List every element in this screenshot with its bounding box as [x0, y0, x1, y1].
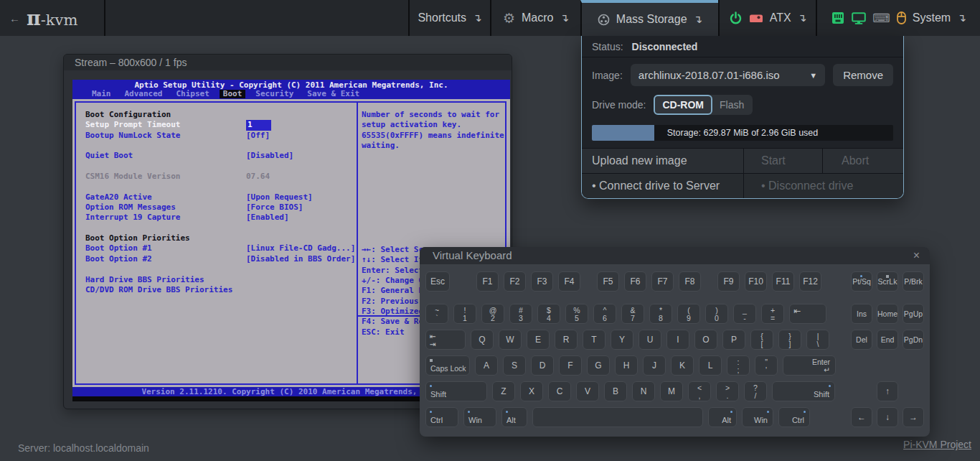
- key-r[interactable]: R: [555, 330, 578, 350]
- key-rbracket[interactable]: }]: [778, 330, 801, 350]
- key-capslock[interactable]: Caps Lock: [425, 355, 470, 376]
- key-ralt[interactable]: Alt: [708, 407, 737, 427]
- key-4[interactable]: $4: [537, 304, 560, 324]
- key-9[interactable]: (9: [677, 304, 700, 324]
- key-w[interactable]: W: [499, 330, 522, 350]
- key-f10[interactable]: F10: [745, 271, 767, 292]
- key-semicolon[interactable]: :;: [727, 355, 750, 376]
- key-f[interactable]: F: [559, 355, 582, 376]
- key-lctrl[interactable]: Ctrl: [425, 407, 458, 427]
- key-a[interactable]: A: [475, 355, 498, 376]
- key-period[interactable]: >.: [716, 381, 739, 401]
- key-n[interactable]: N: [632, 381, 655, 401]
- key-rctrl[interactable]: Ctrl: [778, 407, 810, 427]
- key-scrlk[interactable]: ScrLk: [877, 271, 898, 292]
- key-e[interactable]: E: [527, 330, 550, 350]
- key-slash[interactable]: ?/: [744, 381, 767, 401]
- key-h[interactable]: H: [615, 355, 638, 376]
- nav-item-mass-storage[interactable]: Mass Storage↴: [580, 0, 718, 36]
- key-rwin[interactable]: Win: [742, 407, 773, 427]
- key-b[interactable]: B: [604, 381, 627, 401]
- key-comma[interactable]: <,: [688, 381, 711, 401]
- key-5[interactable]: %5: [565, 304, 588, 324]
- key-f6[interactable]: F6: [624, 271, 646, 292]
- key-8[interactable]: *8: [649, 304, 672, 324]
- key-q[interactable]: Q: [471, 330, 494, 350]
- key-7[interactable]: &7: [621, 304, 644, 324]
- key-lwin[interactable]: Win: [463, 407, 496, 427]
- key-k[interactable]: K: [671, 355, 694, 376]
- key-equals[interactable]: +=: [761, 304, 784, 324]
- key-v[interactable]: V: [576, 381, 599, 401]
- key-home[interactable]: Home: [877, 304, 898, 324]
- key-3[interactable]: #3: [509, 304, 532, 324]
- key-esc[interactable]: Esc: [425, 271, 450, 292]
- key-lshift[interactable]: Shift: [425, 381, 487, 401]
- key-f3[interactable]: F3: [531, 271, 553, 292]
- key-p[interactable]: P: [722, 330, 745, 350]
- key-lalt[interactable]: Alt: [501, 407, 527, 427]
- connect-drive-button[interactable]: • Connect drive to Server: [582, 174, 744, 198]
- nav-item-shortcuts[interactable]: Shortcuts↴: [408, 0, 490, 36]
- key-down[interactable]: ↓: [877, 407, 898, 427]
- key-i[interactable]: I: [666, 330, 689, 350]
- mode-cdrom-button[interactable]: CD-ROM: [654, 95, 712, 115]
- key-x[interactable]: X: [520, 381, 543, 401]
- key-lbracket[interactable]: {[: [750, 330, 773, 350]
- key-l[interactable]: L: [699, 355, 722, 376]
- back-arrow-icon[interactable]: ←: [9, 12, 20, 24]
- key-m[interactable]: M: [660, 381, 683, 401]
- virtual-keyboard-titlebar[interactable]: Virtual Keyboard ×: [420, 247, 930, 264]
- key-6[interactable]: ^6: [593, 304, 616, 324]
- close-icon[interactable]: ×: [913, 247, 920, 264]
- key-t[interactable]: T: [583, 330, 606, 350]
- key-y[interactable]: Y: [611, 330, 633, 350]
- key-j[interactable]: J: [643, 355, 666, 376]
- key-right[interactable]: →: [903, 407, 924, 427]
- key-f2[interactable]: F2: [504, 271, 526, 292]
- key-backtick[interactable]: ~`: [425, 304, 448, 324]
- key-f12[interactable]: F12: [799, 271, 821, 292]
- key-end[interactable]: End: [877, 330, 898, 350]
- key-f9[interactable]: F9: [717, 271, 740, 292]
- nav-item-atx[interactable]: ATX↴: [718, 0, 816, 36]
- key-f1[interactable]: F1: [476, 271, 499, 292]
- key-left[interactable]: ←: [851, 407, 872, 427]
- key-f5[interactable]: F5: [597, 271, 619, 292]
- key-o[interactable]: O: [694, 330, 717, 350]
- key-enter[interactable]: Enter↵: [783, 355, 836, 376]
- key-1[interactable]: !1: [453, 304, 476, 324]
- key-backslash[interactable]: |\: [806, 330, 829, 350]
- key-pgdn[interactable]: PgDn: [903, 330, 924, 350]
- key-f7[interactable]: F7: [651, 271, 674, 292]
- key-f8[interactable]: F8: [679, 271, 701, 292]
- key-f4[interactable]: F4: [558, 271, 580, 292]
- key-rshift[interactable]: Shift: [772, 381, 835, 401]
- key-pbrk[interactable]: P/Brk: [903, 271, 924, 292]
- pikvm-project-link[interactable]: Pi-KVM Project: [903, 439, 971, 450]
- logo[interactable]: ← π-kvm: [0, 0, 105, 36]
- key-d[interactable]: D: [531, 355, 554, 376]
- key-s[interactable]: S: [503, 355, 526, 376]
- key-pgup[interactable]: PgUp: [903, 304, 924, 324]
- image-select[interactable]: archlinux-2018.07.01-i686.iso ▼: [631, 64, 825, 86]
- key-2[interactable]: @2: [481, 304, 504, 324]
- key-u[interactable]: U: [639, 330, 661, 350]
- key-0[interactable]: )0: [705, 304, 728, 324]
- key-z[interactable]: Z: [492, 381, 515, 401]
- key-tab[interactable]: ⇤⇥: [425, 330, 466, 350]
- key-space[interactable]: [532, 407, 703, 427]
- key-quote[interactable]: "': [755, 355, 778, 376]
- mode-flash-button[interactable]: Flash: [710, 95, 753, 115]
- key-backspace[interactable]: ⇤: [789, 304, 826, 324]
- key-c[interactable]: C: [548, 381, 571, 401]
- key-delete[interactable]: Del: [851, 330, 872, 350]
- upload-new-image-button[interactable]: Upload new image: [582, 149, 744, 173]
- key-ptsq[interactable]: Pt/Sq: [851, 271, 872, 292]
- nav-item-macro[interactable]: ⚙Macro↴: [490, 0, 580, 36]
- key-insert[interactable]: Ins: [851, 304, 872, 324]
- nav-item-system[interactable]: ⌨System↴: [816, 0, 980, 36]
- remove-button[interactable]: Remove: [833, 64, 893, 86]
- key-up[interactable]: ↑: [877, 381, 898, 401]
- key-f11[interactable]: F11: [772, 271, 794, 292]
